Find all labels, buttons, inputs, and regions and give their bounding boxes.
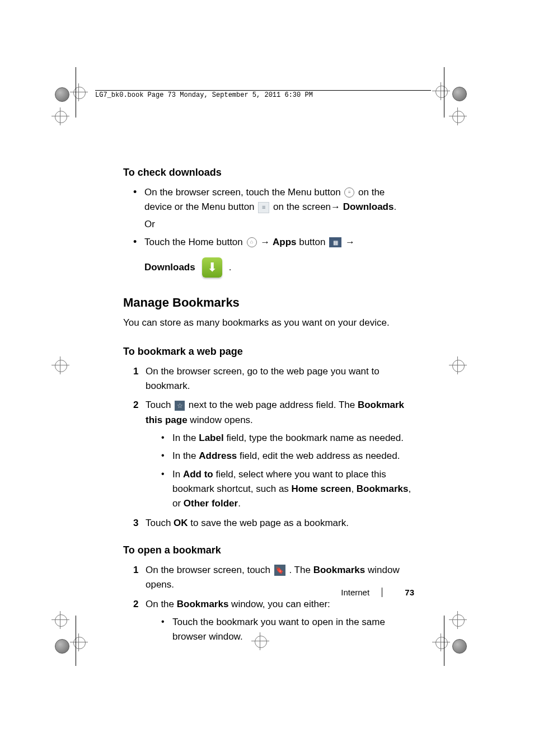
reg-mark-ml <box>53 358 68 373</box>
menu-square-icon: ≡ <box>258 202 269 213</box>
open-sub-a: Touch the bookmark you want to open in t… <box>161 615 414 645</box>
reg-mark-tr <box>434 84 448 98</box>
crop-line-tr-v <box>444 67 444 118</box>
crop-line-bl-v <box>76 616 76 666</box>
header-text: LG7_bk0.book Page 73 Monday, September 5… <box>95 91 313 99</box>
downloads-label: Downloads <box>343 201 394 212</box>
heading-open-bookmark: To open a bookmark <box>123 543 414 558</box>
reg-mark-t2r <box>451 109 465 124</box>
menu-ring-icon: ≡ <box>344 187 354 198</box>
arrow-icon: → <box>345 237 355 247</box>
star-icon: ☆ <box>175 401 185 411</box>
bookmark-sub-label: In the Label field, type the bookmark na… <box>161 431 414 445</box>
crop-line-br-v <box>444 616 444 666</box>
text: On the <box>146 599 177 609</box>
text: On the browser screen, touch the Menu bu… <box>144 187 343 198</box>
text: In <box>172 469 183 480</box>
home-ring-icon: ⌂ <box>247 237 257 247</box>
bookmarks-window-label-2: Bookmarks <box>177 599 229 609</box>
bookmarks-window-label: Bookmarks <box>313 565 366 575</box>
footer-page-number: 73 <box>405 588 414 597</box>
heading-manage-bookmarks: Manage Bookmarks <box>123 293 414 312</box>
arrow-icon: → <box>260 237 270 247</box>
download-app-icon: ⬇ <box>202 257 222 278</box>
apps-grid-icon: ▦ <box>329 237 341 247</box>
page-footer: Internet 73 <box>0 588 414 597</box>
text: . <box>238 498 241 509</box>
footer-section-label: Internet <box>341 588 369 597</box>
text: Touch <box>146 518 174 528</box>
footer-separator <box>382 588 382 597</box>
reg-mark-t2l <box>53 109 68 124</box>
text: . <box>229 260 232 275</box>
text: window opens. <box>190 415 252 425</box>
reg-mark-br <box>434 635 448 650</box>
text: field, type the bookmark name as needed. <box>224 433 404 443</box>
bookmark-step-1: On the browser screen, go to the web pag… <box>133 364 414 394</box>
heading-bookmark-page: To bookmark a web page <box>123 344 414 360</box>
text: field, edit the web address as needed. <box>237 450 400 461</box>
bookmarks-icon: 🔖 <box>274 565 285 576</box>
text: on the screen <box>273 201 331 212</box>
text: . The <box>289 565 313 575</box>
header-overline <box>95 90 431 91</box>
text: to save the web page as a bookmark. <box>188 518 349 528</box>
text: . <box>394 201 396 212</box>
arrow-icon: → <box>331 201 340 212</box>
page-content: To check downloads On the browser screen… <box>123 165 414 649</box>
other-folder-label: Other folder <box>184 498 238 509</box>
check-downloads-bullet-2: Touch the Home button ⌂ → Apps button ▦ … <box>133 235 414 278</box>
text: Touch <box>146 400 174 410</box>
label-field-label: Label <box>199 433 223 443</box>
bookmarks-opt-label: Bookmarks <box>357 483 409 494</box>
text: Touch the Home button <box>144 237 246 247</box>
manage-bookmarks-intro: You can store as many bookmarks as you w… <box>123 316 414 330</box>
crop-ball-tl <box>55 87 69 102</box>
reg-mark-tl <box>72 85 86 100</box>
check-downloads-bullet-1: On the browser screen, touch the Menu bu… <box>133 185 414 232</box>
text: In the <box>172 450 199 461</box>
downloads-label-2: Downloads <box>144 260 195 275</box>
reg-mark-b2r <box>451 613 465 627</box>
apps-label: Apps <box>273 237 297 247</box>
text: , <box>351 483 356 494</box>
bookmark-sub-addto: In Add to field, select where you want t… <box>161 467 414 511</box>
bookmark-step-2: Touch ☆ next to the web page address fie… <box>133 398 414 511</box>
text: On the browser screen, touch <box>146 565 273 575</box>
reg-mark-mr <box>451 358 465 373</box>
crop-ball-br <box>452 639 467 654</box>
bookmark-step-3: Touch OK to save the web page as a bookm… <box>133 516 414 530</box>
reg-mark-bl <box>72 635 86 650</box>
crop-ball-bl <box>55 639 69 654</box>
text: next to the web page address field. The <box>189 400 358 410</box>
home-screen-label: Home screen <box>292 483 352 494</box>
open-step-2: On the Bookmarks window, you can either:… <box>133 597 414 645</box>
ok-label: OK <box>174 518 188 528</box>
text: window, you can either: <box>228 599 330 609</box>
addto-field-label: Add to <box>183 469 213 480</box>
bookmark-sub-address: In the Address field, edit the web addre… <box>161 449 414 463</box>
text: button <box>296 237 328 247</box>
crop-line-tl-v <box>76 67 76 118</box>
or-label: Or <box>144 217 414 232</box>
text: In the <box>172 433 199 443</box>
crop-ball-tr <box>452 87 467 101</box>
heading-check-downloads: To check downloads <box>123 165 414 181</box>
reg-mark-b2l <box>53 613 68 627</box>
address-field-label: Address <box>199 450 237 461</box>
